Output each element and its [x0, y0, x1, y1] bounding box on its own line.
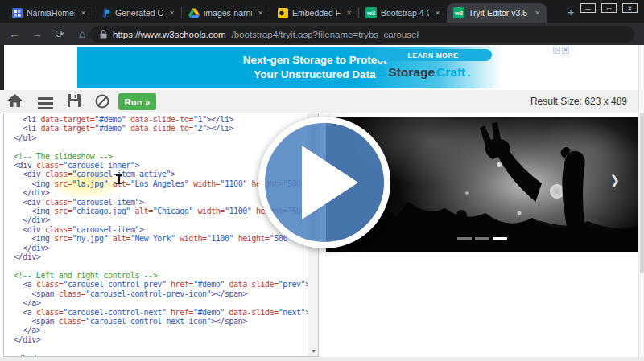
carousel-indicator[interactable] [475, 237, 489, 240]
tab-close-icon[interactable]: ✕ [79, 9, 88, 18]
scroll-down-icon[interactable]: ▼ [308, 346, 319, 356]
tab-list: NarniaHomes✕Generated Code - Pa✕images-n… [5, 3, 547, 23]
browser-window: NarniaHomes✕Generated Code - Pa✕images-n… [0, 0, 644, 361]
video-play-button[interactable] [258, 117, 390, 248]
ad-choices: ▷ ✕ [553, 47, 569, 54]
close-window-button[interactable]: ✕ [622, 3, 638, 13]
back-icon[interactable]: ← [6, 23, 23, 45]
browser-tab-tryit-editor-v3-5[interactable]: w3Tryit Editor v3.5✕ [447, 3, 547, 23]
tab-title: Bootstrap 4 Carousel [381, 8, 429, 18]
home-icon[interactable]: ⌂ [74, 23, 90, 45]
ad-banner-row: Next-gen Storage to Protect Your Unstruc… [0, 45, 644, 90]
orientation-icon[interactable] [95, 94, 109, 109]
run-button[interactable]: Run » [118, 93, 156, 110]
forward-icon[interactable]: → [29, 23, 45, 45]
svg-text:w3: w3 [366, 10, 375, 17]
browser-tab-generated-code-pa[interactable]: Generated Code - Pa✕ [93, 3, 181, 23]
tab-title: Embedded Form Cod [292, 8, 341, 18]
tab-title: Tryit Editor v3.5 [469, 8, 529, 18]
code-lines: <li data-target="#demo" data-slide-to="1… [4, 115, 308, 357]
home-icon[interactable] [7, 94, 23, 108]
menu-icon[interactable] [38, 95, 53, 112]
storagecraft-s-icon: S [377, 64, 386, 80]
tryit-toolbar: Run » Result Size: 623 x 489 [0, 90, 638, 113]
paypal-icon [100, 7, 111, 18]
page-scrollbar-thumb[interactable] [640, 113, 644, 273]
svg-text:w3: w3 [454, 10, 463, 17]
narnia-site-icon [11, 7, 23, 18]
reload-icon[interactable]: ⟳ [52, 23, 68, 45]
embedded-form-icon [277, 7, 288, 18]
save-icon[interactable] [68, 94, 80, 107]
play-icon [302, 146, 358, 219]
window-controls: — ▭ ✕ [580, 3, 638, 13]
browser-tab-embedded-form-cod[interactable]: Embedded Form Cod✕ [270, 3, 358, 23]
carousel-indicators [326, 237, 638, 240]
tab-title: Generated Code - Pa [115, 8, 163, 18]
browser-tab-bootstrap-4-carousel[interactable]: w3Bootstrap 4 Carousel✕ [359, 3, 447, 23]
lock-icon [100, 30, 107, 39]
w3schools-icon: w3 [453, 7, 464, 18]
ad-banner[interactable]: Next-gen Storage to Protect Your Unstruc… [77, 47, 608, 88]
tab-close-icon[interactable]: ✕ [345, 9, 353, 18]
tab-strip: NarniaHomes✕Generated Code - Pa✕images-n… [0, 0, 644, 23]
tab-close-icon[interactable]: ✕ [433, 9, 442, 18]
result-size: Result Size: 623 x 489 [530, 96, 627, 107]
w3schools-icon: w3 [365, 7, 377, 18]
url-domain: https://www.w3schools.com [113, 30, 226, 39]
address-bar: ← → ⟳ ⌂ https://www.w3schools.com/bootst… [0, 23, 644, 45]
tab-title: NarniaHomes [27, 8, 75, 18]
bottom-edge [0, 357, 644, 361]
tab-close-icon[interactable]: ✕ [256, 9, 265, 18]
maximize-button[interactable]: ▭ [601, 3, 617, 13]
url-path: /bootstrap4/tryit.asp?filename=trybs_car… [232, 30, 419, 39]
learn-more-button[interactable]: LEARN MORE [374, 49, 492, 61]
carousel-next-icon[interactable]: ❯ [609, 173, 620, 187]
storagecraft-logo: SStorageCraft. [377, 64, 471, 80]
browser-tab-narniahomes[interactable]: NarniaHomes✕ [5, 3, 93, 23]
new-tab-button[interactable]: + [564, 5, 578, 19]
google-drive-icon [188, 7, 200, 18]
tab-close-icon[interactable]: ✕ [167, 9, 176, 18]
carousel-indicator[interactable] [493, 237, 507, 240]
tab-title: images-narniahomes [204, 8, 252, 18]
window-edge [0, 45, 4, 90]
ad-close-icon[interactable]: ✕ [562, 47, 569, 54]
browser-tab-images-narniahomes[interactable]: images-narniahomes✕ [182, 3, 270, 23]
url-omnibox[interactable]: https://www.w3schools.com/bootstrap4/try… [90, 26, 634, 43]
minimize-button[interactable]: — [580, 3, 596, 13]
adchoices-icon[interactable]: ▷ [553, 47, 560, 54]
tab-close-icon[interactable]: ✕ [533, 9, 542, 18]
page-scrollbar[interactable] [638, 45, 644, 361]
carousel-indicator[interactable] [457, 237, 472, 240]
